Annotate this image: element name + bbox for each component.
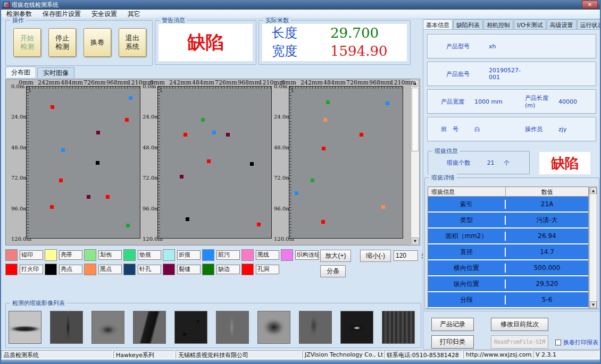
table-cell-value: 21A (506, 200, 588, 208)
y-tick-label: 72.0m (143, 175, 157, 181)
info-label: 班 号 (441, 125, 474, 133)
thumbnail-group: 检测的瑕疵影像列表 (5, 303, 421, 348)
defect-point (322, 147, 325, 150)
operation-button-3[interactable]: 退出 系统 (119, 28, 146, 57)
defect-detail-title: 瑕疵详情 (429, 174, 457, 182)
defect-thumbnail-4[interactable] (133, 311, 166, 344)
defect-thumbnail-9[interactable] (340, 311, 373, 344)
legend-label: 折痕 (177, 250, 201, 260)
defect-thumbnail-1[interactable] (9, 311, 41, 344)
table-row-1[interactable]: 类型污渍-大 (428, 213, 588, 228)
y-tick-label: 120.0m (143, 236, 157, 242)
defect-point (226, 133, 230, 137)
right-tab-0[interactable]: 基本信息 (423, 19, 453, 30)
legend-swatch (281, 249, 293, 261)
right-tab-1[interactable]: 缺陷列表 (453, 19, 483, 30)
defect-thumbnail-6[interactable] (216, 311, 249, 344)
x-tick-label: 484mm (192, 79, 214, 86)
y-tick-label: 96.0m (274, 206, 289, 211)
operation-button-1[interactable]: 停止 检测 (48, 28, 76, 57)
menu-item-3[interactable]: 其它 (122, 10, 146, 19)
actions-panel: 产品记录 修改目前批次 打印归类 ReadFromFile-SIM 换卷打印报表 (423, 311, 601, 350)
view-tab-0[interactable]: 分布图 (5, 66, 36, 78)
legend-item: 打火印 (5, 264, 45, 275)
table-cell-value: 29.520 (506, 280, 588, 287)
defect-thumbnail-8[interactable] (299, 311, 332, 344)
print-on-roll-change-checkbox[interactable]: 换卷打印报表 (555, 338, 598, 346)
checkbox-icon[interactable] (555, 340, 561, 345)
table-row-5[interactable]: 纵向位置29.520 (428, 276, 588, 292)
menu-item-2[interactable]: 安全设置 (86, 10, 122, 19)
info-value: 1000 mm (474, 98, 512, 105)
operation-buttons: 开始 检测停止 检测换卷退出 系统 (13, 28, 146, 57)
status-cell-4: 联系电话:0510-85381428 (384, 350, 463, 359)
info-label: 产品宽度 (441, 98, 474, 106)
right-tab-3[interactable]: I/O卡测试 (514, 19, 546, 30)
table-row-3[interactable]: 直径14.7 (428, 244, 588, 260)
meter-range-input[interactable] (394, 250, 418, 261)
table-cell-value: 26.94 (506, 232, 588, 240)
defect-thumbnail-7[interactable] (257, 311, 290, 344)
legend-swatch (45, 264, 57, 275)
plots-scrollbar[interactable]: ▲ ▼ (411, 79, 419, 245)
right-tab-4[interactable]: 高级设置 (547, 19, 577, 30)
basic-info-page: 产品型号xh产品批号20190527-001产品宽度1000 mm产品长度(m)… (423, 29, 601, 310)
defect-point (311, 179, 314, 182)
scrollbar-thumb[interactable] (412, 88, 419, 151)
defect-point (250, 162, 254, 166)
app-icon (3, 2, 10, 8)
legend-swatch (84, 264, 96, 275)
defect-detail-table: 瑕疵信息 数值 索引21A类型污渍-大面积（mm2）26.94直径14.7横向位… (428, 187, 589, 309)
legend-item: 亮点 (45, 264, 84, 275)
defect-count-label: 瑕疵个数 (447, 159, 470, 166)
legend-label: 黑线 (256, 250, 279, 260)
plot-canvas-2[interactable]: 1 (157, 86, 272, 239)
legend-item: 缺边 (202, 264, 241, 275)
defect-point (386, 101, 389, 105)
scroll-down-icon[interactable]: ▼ (412, 238, 419, 244)
table-row-4[interactable]: 横向位置500.000 (428, 260, 588, 276)
table-row-6[interactable]: 分段5-6 (428, 292, 588, 308)
table-cell-label: 分段 (428, 295, 506, 304)
defect-thumbnail-5[interactable] (174, 311, 207, 344)
defect-thumbnail-10[interactable] (382, 311, 415, 344)
plot-canvas-3[interactable]: 1 (289, 86, 403, 239)
zoom-in-button[interactable]: 放大(+) (320, 250, 351, 262)
table-row-2[interactable]: 面积（mm2）26.94 (428, 228, 588, 244)
y-tick-label: 24.0m (143, 114, 157, 120)
y-tick-label: 48.0m (143, 145, 157, 150)
operation-button-2[interactable]: 换卷 (84, 28, 111, 57)
legend-swatch (5, 249, 18, 261)
split-button[interactable]: 分条 (320, 265, 346, 277)
product-record-button[interactable]: 产品记录 (431, 318, 474, 331)
legend-item: 垫痕 (123, 249, 163, 261)
info-label: 产品型号 (446, 43, 489, 50)
y-tick-label: 96.0m (11, 206, 26, 211)
x-tick-label: 484mm (61, 79, 83, 86)
operation-button-0[interactable]: 开始 检测 (13, 28, 41, 57)
close-button[interactable]: ✕ (582, 1, 598, 9)
x-tick-label: 968mm (106, 79, 129, 86)
legend-item: 黑点 (84, 264, 123, 275)
zoom-out-button[interactable]: 缩小(-) (360, 250, 391, 262)
defect-thumbnail-3[interactable] (91, 311, 124, 344)
defect-thumbnail-2[interactable] (50, 311, 83, 344)
info-value: 白 (474, 125, 512, 133)
legend-label: 缺边 (216, 265, 240, 274)
table-scrollbar[interactable]: ▲ ▼ (589, 187, 597, 309)
print-classify-button[interactable]: 打印归类 (431, 335, 474, 349)
title-bar[interactable]: 瑕疵在线检测系统 ✕ (1, 0, 600, 10)
plot-canvas-1[interactable]: 1 (26, 86, 140, 239)
legend-label: 辊印 (20, 250, 43, 260)
table-row-0[interactable]: 索引21A (428, 197, 588, 213)
modify-batch-button[interactable]: 修改目前批次 (491, 318, 548, 331)
legend-item: 折痕 (163, 249, 202, 261)
view-tab-1[interactable]: 实时图像 (37, 67, 74, 78)
legend-swatch (202, 264, 214, 275)
table-scroll-up-icon[interactable]: ▲ (590, 187, 597, 194)
right-tab-5[interactable]: 运行状态信息 (577, 19, 601, 30)
menu-item-1[interactable]: 保存图片设置 (37, 10, 86, 19)
x-tick-label: 1210mm (390, 79, 416, 86)
right-tab-2[interactable]: 相机控制 (483, 19, 513, 30)
table-scroll-down-icon[interactable]: ▼ (590, 301, 597, 308)
